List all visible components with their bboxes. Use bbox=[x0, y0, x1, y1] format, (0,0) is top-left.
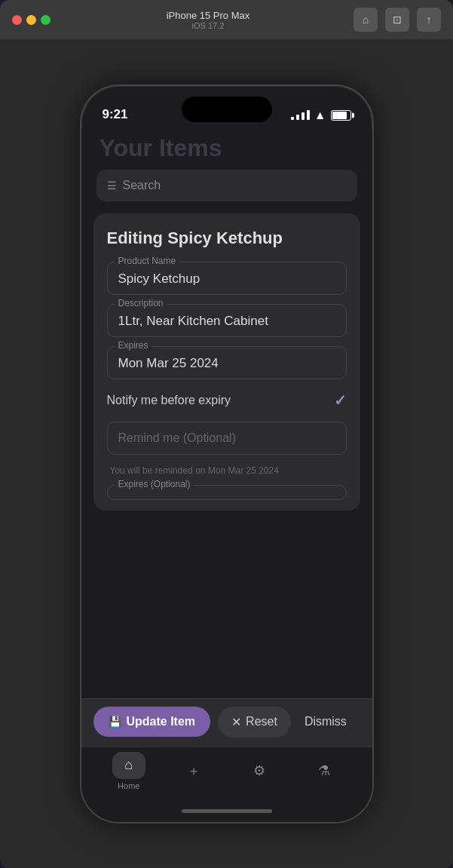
remind-placeholder: Remind me (Optional) bbox=[118, 431, 237, 444]
nav-item-add[interactable]: ＋ bbox=[177, 757, 210, 784]
notify-label: Notify me before expiry bbox=[107, 394, 231, 407]
dismiss-button-label: Dismiss bbox=[305, 715, 347, 728]
flask-icon: ⚗ bbox=[318, 762, 330, 779]
home-nav-label: Home bbox=[118, 781, 139, 790]
reset-button[interactable]: ✕ Reset bbox=[218, 707, 291, 738]
add-nav-icon-wrap: ＋ bbox=[177, 757, 210, 784]
signal-icon bbox=[291, 110, 310, 120]
home-chrome-button[interactable]: ⌂ bbox=[354, 8, 378, 32]
nav-item-settings[interactable]: ⚙ bbox=[243, 757, 276, 784]
battery-icon bbox=[331, 110, 351, 121]
nav-item-filter[interactable]: ⚗ bbox=[308, 757, 341, 784]
search-icon: ☰ bbox=[107, 179, 117, 192]
page-title: Your Items bbox=[81, 128, 372, 165]
remind-field[interactable]: Remind me (Optional) bbox=[107, 422, 347, 455]
expires-value: Mon Mar 25 2024 bbox=[118, 356, 335, 371]
os-version: iOS 17.2 bbox=[63, 21, 354, 30]
wifi-icon: ▲ bbox=[314, 109, 326, 122]
notify-row[interactable]: Notify me before expiry ✓ bbox=[107, 388, 347, 413]
gear-icon: ⚙ bbox=[253, 762, 265, 779]
battery-fill bbox=[332, 112, 347, 119]
desktop-chrome: iPhone 15 Pro Max iOS 17.2 ⌂ ⊡ ↑ 9:21 bbox=[0, 0, 453, 868]
share-button[interactable]: ↑ bbox=[417, 8, 441, 32]
search-bar[interactable]: ☰ Search bbox=[96, 170, 357, 201]
notify-checkmark: ✓ bbox=[334, 391, 347, 409]
phone-outer: 9:21 ▲ Your Items bbox=[0, 39, 453, 868]
update-button-label: Update Item bbox=[127, 715, 196, 728]
app-content: Your Items ☰ Search Editing Spicy Ketchu… bbox=[81, 128, 372, 698]
description-field[interactable]: Description 1Ltr, Near Kitchen Cabinet bbox=[107, 304, 347, 337]
nav-item-home[interactable]: ⌂ Home bbox=[112, 752, 145, 790]
edit-heading: Editing Spicy Ketchup bbox=[107, 229, 347, 248]
product-name-field[interactable]: Product Name Spicy Ketchup bbox=[107, 262, 347, 295]
phone-frame: 9:21 ▲ Your Items bbox=[80, 84, 374, 824]
reset-button-label: Reset bbox=[246, 715, 277, 728]
title-info: iPhone 15 Pro Max iOS 17.2 bbox=[63, 10, 354, 30]
settings-nav-icon-wrap: ⚙ bbox=[243, 757, 276, 784]
update-button[interactable]: 💾 Update Item bbox=[93, 707, 211, 737]
description-label: Description bbox=[115, 298, 167, 308]
title-bar: iPhone 15 Pro Max iOS 17.2 ⌂ ⊡ ↑ bbox=[0, 0, 453, 39]
traffic-lights bbox=[12, 15, 51, 25]
expires-label: Expires bbox=[115, 340, 152, 351]
close-button[interactable] bbox=[12, 15, 22, 25]
edit-panel: Editing Spicy Ketchup Product Name Spicy… bbox=[93, 213, 360, 511]
product-name-label: Product Name bbox=[115, 256, 179, 266]
product-name-value: Spicy Ketchup bbox=[118, 271, 335, 287]
filter-nav-icon-wrap: ⚗ bbox=[308, 757, 341, 784]
dynamic-island bbox=[182, 97, 272, 122]
expires-optional-label: Expires (Optional) bbox=[115, 479, 194, 489]
maximize-button[interactable] bbox=[41, 15, 51, 25]
home-icon: ⌂ bbox=[124, 757, 133, 773]
expires-optional-field[interactable]: Expires (Optional) bbox=[107, 485, 347, 500]
device-name: iPhone 15 Pro Max bbox=[63, 10, 354, 21]
reset-x-icon: ✕ bbox=[231, 715, 241, 729]
title-actions: ⌂ ⊡ ↑ bbox=[354, 8, 441, 32]
home-indicator bbox=[81, 801, 372, 822]
save-icon: 💾 bbox=[109, 716, 121, 728]
bottom-nav: ⌂ Home ＋ ⚙ ⚗ bbox=[81, 747, 372, 801]
dismiss-button[interactable]: Dismiss bbox=[298, 707, 353, 737]
description-value: 1Ltr, Near Kitchen Cabinet bbox=[118, 314, 335, 329]
home-bar bbox=[182, 809, 272, 813]
action-bar: 💾 Update Item ✕ Reset Dismiss bbox=[81, 698, 372, 747]
add-icon: ＋ bbox=[187, 762, 200, 780]
search-placeholder: Search bbox=[123, 179, 161, 192]
expires-field[interactable]: Expires Mon Mar 25 2024 bbox=[107, 346, 347, 379]
status-icons: ▲ bbox=[291, 109, 351, 122]
home-nav-icon-wrap: ⌂ bbox=[112, 752, 145, 779]
screenshot-button[interactable]: ⊡ bbox=[385, 8, 409, 32]
minimize-button[interactable] bbox=[26, 15, 36, 25]
remind-hint: You will be reminded on Mon Mar 25 2024 bbox=[107, 464, 347, 476]
